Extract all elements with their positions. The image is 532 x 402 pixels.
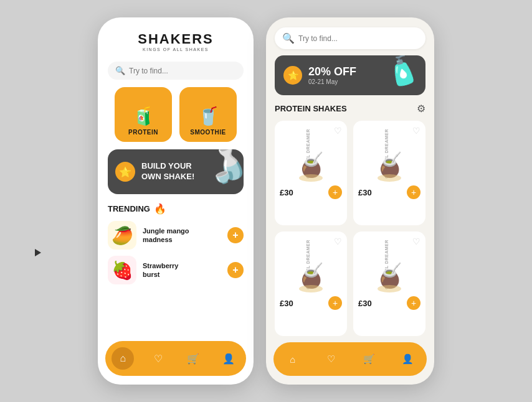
- smoothie-label: SMOOTHIE: [190, 129, 226, 136]
- right-nav-cart[interactable]: 🛒: [359, 348, 380, 370]
- left-search-input[interactable]: [129, 67, 236, 75]
- product-footer-4: £30 +: [358, 296, 420, 310]
- trending-item-strawberry: 🍓 Strawberryburst +: [108, 256, 244, 284]
- add-product-3-button[interactable]: +: [328, 296, 342, 310]
- nav-home[interactable]: ⌂: [112, 347, 134, 370]
- promo-text: 20% OFF 02-21 May: [308, 65, 356, 85]
- brand-title: SHAKERS: [108, 31, 244, 47]
- trending-header: TRENDING 🔥: [108, 203, 244, 215]
- section-header: PROTEIN SHAKES ⚙: [266, 103, 434, 121]
- product-card-4: ♡ CARAMEL DREAMER 🧉 £30 +: [353, 231, 425, 336]
- product-footer-2: £30 +: [358, 185, 420, 199]
- promo-dates: 02-21 May: [308, 78, 356, 85]
- promo-banner[interactable]: ⭐ 20% OFF 02-21 May 🧴: [275, 55, 425, 95]
- shaker-icon-2: 🧉: [375, 153, 404, 177]
- build-shaker-icon: 🍶: [201, 149, 244, 189]
- product-price-3: £30: [280, 299, 293, 308]
- product-price-1: £30: [280, 188, 293, 197]
- promo-star-icon: ⭐: [283, 66, 302, 85]
- phone-right: 🔍 ⭐ 20% OFF 02-21 May 🧴 PROTEIN SHAKES ⚙: [266, 17, 434, 385]
- star-icon: ⭐: [115, 162, 135, 182]
- shaker-shadow-3: [299, 285, 323, 292]
- trending-label: TRENDING: [108, 204, 150, 213]
- product-card-2: ♡ CARAMEL DREAMER 🧉 £30 +: [353, 121, 425, 225]
- right-search-input[interactable]: [298, 34, 418, 43]
- products-grid: ♡ CARAMEL DREAMER 🧉 £30 + ♡: [266, 121, 434, 336]
- product-footer-1: £30 +: [280, 185, 342, 199]
- nav-user[interactable]: 👤: [217, 347, 240, 370]
- left-bottom-nav: ⌂ ♡ 🛒 👤: [105, 341, 246, 376]
- shaker-icon-4: 🧉: [375, 264, 404, 287]
- strawberry-image: 🍓: [108, 256, 136, 284]
- phone-left: SHAKERS KINGS OF ALL SHAKES 🔍 🧃 PROTEIN …: [98, 17, 254, 385]
- add-product-1-button[interactable]: +: [328, 185, 342, 199]
- promo-shaker-icon: 🧴: [381, 55, 423, 90]
- category-smoothie[interactable]: 🥤 SMOOTHIE: [179, 87, 237, 142]
- protein-label: PROTEIN: [128, 129, 158, 136]
- nav-heart[interactable]: ♡: [147, 347, 169, 370]
- product-card-3: ♡ CARAMEL DREAMER 🧉 £30 +: [275, 231, 347, 336]
- fire-icon: 🔥: [154, 203, 166, 215]
- product-img-4: CARAMEL DREAMER 🧉: [358, 236, 420, 292]
- strawberry-name: Strawberryburst: [143, 261, 221, 279]
- product-price-4: £30: [358, 299, 372, 308]
- filter-icon[interactable]: ⚙: [417, 103, 425, 115]
- screens-container: SHAKERS KINGS OF ALL SHAKES 🔍 🧃 PROTEIN …: [98, 17, 434, 385]
- shaker-shadow-4: [378, 285, 401, 292]
- mango-name: Jungle mangomadness: [143, 227, 221, 245]
- category-protein[interactable]: 🧃 PROTEIN: [115, 87, 172, 142]
- shaker-shadow-1: [299, 174, 323, 182]
- right-nav-user[interactable]: 👤: [397, 348, 418, 370]
- section-title: PROTEIN SHAKES: [275, 104, 347, 113]
- add-product-4-button[interactable]: +: [407, 296, 420, 310]
- search-icon: 🔍: [115, 66, 125, 75]
- product-img-1: CARAMEL DREAMER 🧉: [280, 126, 342, 182]
- discount-text: 20% OFF: [308, 65, 356, 78]
- product-footer-3: £30 +: [280, 296, 342, 310]
- nav-cart[interactable]: 🛒: [182, 347, 204, 370]
- product-price-2: £30: [358, 188, 372, 197]
- right-bottom-nav: ⌂ ♡ 🛒 👤: [273, 342, 427, 376]
- add-product-2-button[interactable]: +: [407, 185, 420, 199]
- product-img-2: CARAMEL DREAMER 🧉: [358, 126, 420, 182]
- protein-icon: 🧃: [133, 106, 154, 126]
- add-strawberry-button[interactable]: +: [227, 262, 244, 278]
- trending-section: TRENDING 🔥 🥭 Jungle mangomadness + 🍓 Str…: [98, 203, 254, 336]
- product-img-3: CARAMEL DREAMER 🧉: [280, 236, 342, 292]
- mango-image: 🥭: [108, 221, 136, 250]
- right-nav-heart[interactable]: ♡: [320, 348, 341, 370]
- mouse-cursor: [35, 249, 42, 260]
- right-nav-home[interactable]: ⌂: [282, 348, 303, 370]
- smoothie-icon: 🥤: [197, 106, 219, 126]
- left-search-bar[interactable]: 🔍: [108, 62, 244, 80]
- shaker-icon-3: 🧉: [297, 264, 326, 287]
- category-row: 🧃 PROTEIN 🥤 SMOOTHIE: [98, 87, 254, 149]
- build-text: BUILD YOUR OWN SHAKE!: [141, 161, 194, 182]
- brand-subtitle: KINGS OF ALL SHAKES: [108, 47, 244, 52]
- shaker-shadow-2: [378, 174, 401, 182]
- trending-item-mango: 🥭 Jungle mangomadness +: [108, 221, 244, 250]
- shaker-icon-1: 🧉: [297, 153, 326, 177]
- build-banner[interactable]: ⭐ BUILD YOUR OWN SHAKE! 🍶: [108, 149, 244, 194]
- left-header: SHAKERS KINGS OF ALL SHAKES: [98, 17, 254, 58]
- product-card-1: ♡ CARAMEL DREAMER 🧉 £30 +: [275, 121, 347, 225]
- right-search-icon: 🔍: [282, 32, 295, 44]
- add-mango-button[interactable]: +: [227, 227, 244, 243]
- right-search-bar[interactable]: 🔍: [275, 27, 425, 49]
